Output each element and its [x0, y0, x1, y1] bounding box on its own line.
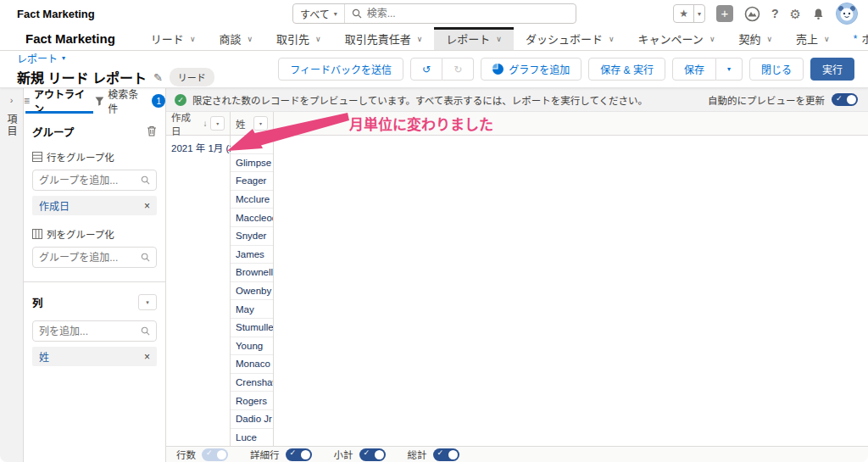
chevron-down-icon: ▾ [334, 10, 337, 18]
save-button[interactable]: 保存 [672, 58, 716, 81]
tab-filters[interactable]: 検索条件 1 [95, 88, 166, 114]
user-avatar[interactable] [836, 3, 858, 25]
search-scope-selector[interactable]: すべて ▾ [293, 4, 345, 23]
grand-total-toggle[interactable] [433, 448, 459, 461]
column-menu-button[interactable]: ▾ [210, 116, 225, 131]
star-icon[interactable]: ★ [674, 8, 693, 19]
nav-tab-dashboards[interactable]: ダッシュボード∨ [514, 27, 626, 50]
expand-fields-icon[interactable]: › [10, 95, 14, 105]
detail-rows-control: 詳細行 [250, 448, 312, 461]
toggle-label: 小計 [334, 448, 353, 461]
chevron-down-icon[interactable]: ∨ [247, 35, 253, 43]
add-column-combobox[interactable] [32, 320, 157, 342]
add-column-group-combobox[interactable] [32, 247, 157, 268]
tab-outline[interactable]: ≡ アウトライン [24, 88, 95, 114]
close-button[interactable]: 閉じる [749, 58, 804, 81]
subtotals-toggle[interactable] [359, 448, 386, 461]
table-row[interactable]: Owenby [231, 282, 273, 301]
columns-menu-button[interactable]: ▾ [138, 294, 157, 310]
breadcrumb[interactable]: レポート ▾ [17, 51, 214, 65]
table-row[interactable]: Young [231, 337, 273, 356]
tab-outline-label: アウトライン [34, 86, 94, 115]
table-row[interactable]: Maccleod [231, 209, 273, 227]
table-row[interactable]: Monaco [231, 355, 273, 374]
remove-column-icon[interactable]: × [144, 351, 150, 363]
add-column-input[interactable] [39, 326, 141, 337]
add-row-group-combobox[interactable] [32, 170, 157, 191]
table-row[interactable]: May [231, 300, 273, 319]
report-header: レポート ▾ 新規 リード レポート ✎ リード フィードバックを送信 ↺ ↻ … [0, 51, 868, 88]
search-icon [352, 8, 362, 19]
nav-tab-label: 取引先 [276, 31, 309, 47]
nav-tab-contacts[interactable]: 取引先責任者∨ [333, 27, 435, 50]
help-icon[interactable]: ? [771, 8, 779, 19]
save-and-run-button[interactable]: 保存 & 実行 [588, 58, 665, 81]
table-row[interactable]: Rogers [231, 392, 273, 410]
undo-button[interactable]: ↺ [410, 58, 442, 81]
table-row[interactable]: Mcclure [231, 191, 273, 209]
send-feedback-button[interactable]: フィードバックを送信 [278, 58, 403, 81]
nav-tab-leads[interactable]: リード∨ [139, 27, 208, 50]
redo-button[interactable]: ↻ [442, 58, 474, 81]
column-header-last-name[interactable]: 姓 ▾ [231, 112, 274, 135]
chevron-down-icon[interactable]: ∨ [766, 35, 772, 43]
trash-icon[interactable] [147, 125, 157, 139]
table-row[interactable]: Stumuller [231, 319, 273, 337]
notifications-bell-icon[interactable] [812, 8, 825, 20]
column-pill[interactable]: 姓 × [32, 347, 157, 366]
nav-tab-campaigns[interactable]: キャンペーン∨ [626, 27, 727, 50]
chevron-down-icon[interactable]: ∨ [417, 35, 423, 43]
detail-rows-toggle[interactable] [286, 448, 312, 461]
header-utility-icons: ★ ▾ + ? ⚙ [673, 3, 858, 25]
global-search[interactable]: すべて ▾ [292, 3, 576, 24]
chevron-down-icon[interactable]: ∨ [824, 35, 830, 43]
remove-group-icon[interactable]: × [144, 200, 150, 212]
table-row[interactable]: James [231, 246, 273, 264]
row-group-pill[interactable]: 作成日 × [32, 196, 157, 215]
column-header-created-date[interactable]: 作成日 ↓ ▾ [166, 112, 231, 135]
nav-tab-opportunities[interactable]: 商談∨ [207, 27, 264, 50]
table-row[interactable]: Snyder [231, 227, 273, 246]
setup-gear-icon[interactable]: ⚙ [790, 8, 801, 20]
add-chart-button[interactable]: グラフを追加 [481, 58, 581, 81]
nav-tab-contracts[interactable]: 契約∨ [726, 27, 784, 50]
panel-tabs: ≡ アウトライン 検索条件 1 [24, 88, 165, 114]
chevron-down-icon[interactable]: ∨ [496, 35, 502, 43]
chevron-down-icon[interactable]: ▾ [693, 5, 704, 22]
table-row[interactable]: Feager [231, 172, 273, 191]
run-button[interactable]: 実行 [810, 58, 854, 81]
nav-tab-sales[interactable]: 売上∨ [784, 27, 842, 50]
nav-tab-reports[interactable]: レポート∨ [434, 27, 514, 50]
trailhead-icon[interactable] [744, 6, 760, 22]
chevron-down-icon[interactable]: ∨ [190, 35, 196, 43]
page-title: 新規 リード レポート [17, 67, 147, 87]
edit-title-pencil-icon[interactable]: ✎ [153, 71, 163, 84]
add-row-group-input[interactable] [39, 175, 141, 186]
breadcrumb-label: レポート [17, 51, 58, 65]
chevron-down-icon[interactable]: ∨ [609, 35, 615, 43]
column-menu-button[interactable]: ▾ [253, 116, 268, 131]
table-row[interactable]: Dadio Jr [231, 410, 273, 429]
favorites-button[interactable]: ★ ▾ [673, 4, 705, 23]
search-input[interactable] [362, 8, 576, 19]
filter-funnel-icon [95, 97, 104, 106]
table-row[interactable]: Brownell [231, 264, 273, 282]
chevron-down-icon[interactable]: ∨ [709, 35, 715, 43]
table-row[interactable]: Crenshaw [231, 374, 273, 392]
nav-tab-home[interactable]: *ホーム∨× [842, 27, 868, 50]
add-column-group-input[interactable] [39, 252, 141, 264]
table-row[interactable]: Glimpse [231, 154, 273, 173]
table-row[interactable] [231, 136, 273, 154]
report-title-block: レポート ▾ 新規 リード レポート ✎ リード [17, 51, 214, 87]
row-count-toggle[interactable] [202, 448, 228, 461]
fields-panel-collapsed[interactable]: › 項目 [0, 88, 24, 462]
nav-tab-accounts[interactable]: 取引先∨ [264, 27, 333, 50]
save-menu-button[interactable]: ▾ [716, 58, 743, 81]
auto-preview-toggle[interactable] [832, 93, 858, 106]
chevron-down-icon[interactable]: ∨ [315, 35, 321, 43]
group-cell[interactable]: 2021 年 1月 (20) [166, 136, 231, 446]
global-actions-icon[interactable]: + [716, 5, 733, 22]
toggle-label: 詳細行 [250, 448, 280, 461]
table-body: 2021 年 1月 (20) GlimpseFeagerMcclureMaccl… [166, 136, 274, 446]
table-row[interactable]: Luce [231, 429, 273, 447]
